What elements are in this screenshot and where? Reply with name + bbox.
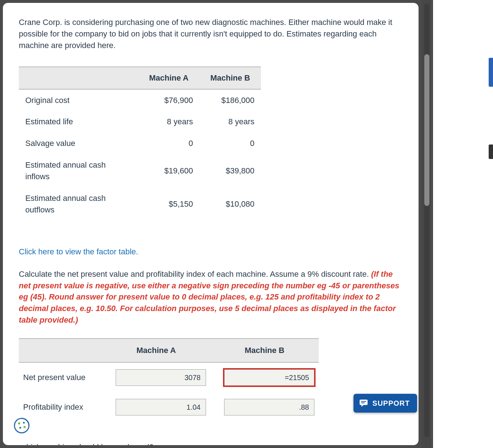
svg-rect-5 [360, 400, 368, 405]
ans-header-machine-b: Machine B [210, 339, 319, 362]
row-label: Original cost [19, 89, 138, 111]
question-lead: Calculate the net present value and prof… [19, 270, 371, 279]
side-tab-indicator[interactable] [489, 145, 493, 159]
scrollbar-thumb[interactable] [424, 54, 429, 206]
table-row: Salvage value 0 0 [19, 133, 261, 154]
intro-text: Crane Corp. is considering purchasing on… [19, 17, 403, 51]
ans-header-machine-a: Machine A [102, 339, 210, 362]
final-question: Which machine should be purchased? [19, 441, 403, 445]
question-instructions: Calculate the net present value and prof… [19, 268, 403, 326]
answer-row: Net present value [19, 362, 319, 392]
cell-a: $19,600 [138, 154, 200, 188]
question-card: Crane Corp. is considering purchasing on… [3, 3, 419, 445]
npv-machine-b-input[interactable] [224, 369, 314, 386]
answer-row-label: Net present value [19, 362, 102, 392]
cell-a: $76,900 [138, 89, 200, 111]
pi-machine-a-input[interactable] [116, 399, 206, 415]
estimates-table: Machine A Machine B Original cost $76,90… [19, 66, 261, 221]
pi-machine-b-input[interactable] [224, 399, 314, 415]
cell-b: $39,800 [200, 154, 261, 188]
svg-point-4 [20, 427, 21, 429]
row-label: Estimated life [19, 111, 138, 133]
cell-b: $186,000 [200, 89, 261, 111]
svg-point-3 [23, 426, 26, 428]
cell-a: 0 [138, 133, 200, 154]
support-label: SUPPORT [372, 399, 410, 408]
col-header-blank [19, 67, 138, 89]
answer-table: Machine A Machine B Net present value Pr… [19, 338, 319, 422]
row-label: Estimated annual cash outflows [19, 188, 138, 221]
npv-machine-a-input[interactable] [116, 369, 206, 386]
chat-icon [359, 399, 368, 407]
side-tab-indicator[interactable] [489, 58, 493, 87]
table-row: Estimated annual cash outflows $5,150 $1… [19, 188, 261, 221]
adjacent-panel [432, 0, 493, 448]
svg-point-2 [23, 422, 25, 424]
answer-row-label: Profitability index [19, 392, 102, 422]
cookie-settings-icon[interactable] [13, 417, 30, 434]
support-button[interactable]: SUPPORT [353, 394, 417, 413]
cell-b: 0 [200, 133, 261, 154]
cell-b: $10,080 [200, 188, 261, 221]
table-row: Estimated life 8 years 8 years [19, 111, 261, 133]
col-header-machine-b: Machine B [200, 67, 261, 89]
svg-point-1 [18, 422, 20, 425]
table-row: Estimated annual cash inflows $19,600 $3… [19, 154, 261, 188]
factor-table-link[interactable]: Click here to view the factor table. [19, 246, 138, 258]
ans-header-blank [19, 339, 102, 362]
cell-a: $5,150 [138, 188, 200, 221]
cell-b: 8 years [200, 111, 261, 133]
row-label: Salvage value [19, 133, 138, 154]
table-row: Original cost $76,900 $186,000 [19, 89, 261, 111]
row-label: Estimated annual cash inflows [19, 154, 138, 188]
cell-a: 8 years [138, 111, 200, 133]
answer-row: Profitability index [19, 392, 319, 422]
col-header-machine-a: Machine A [138, 67, 200, 89]
